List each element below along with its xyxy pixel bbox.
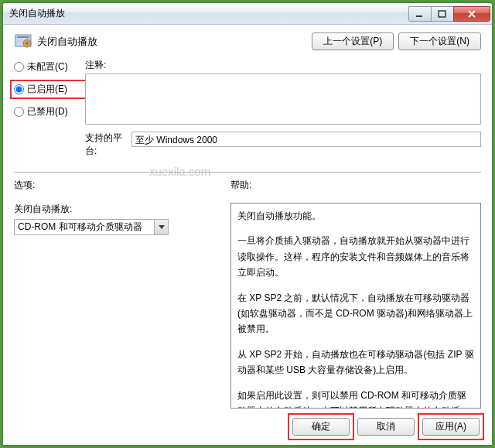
cancel-button[interactable]: 取消 bbox=[357, 418, 415, 436]
ok-highlight: 确定 bbox=[288, 413, 354, 440]
svg-point-5 bbox=[26, 42, 29, 45]
radio-disabled-input[interactable] bbox=[14, 107, 24, 117]
window-controls bbox=[409, 6, 490, 22]
header-row: 关闭自动播放 上一个设置(P) 下一个设置(N) bbox=[14, 32, 481, 51]
dialog-window: 关闭自动播放 关闭自动播放 上一个设置(P) 下一个设置(N) 未配置(C) bbox=[2, 2, 493, 446]
options-header: 选项: bbox=[14, 179, 230, 192]
page-title: 关闭自动播放 bbox=[37, 35, 97, 49]
comment-label: 注释: bbox=[85, 59, 481, 72]
apply-highlight: 应用(A) bbox=[418, 413, 484, 440]
help-panel[interactable]: 关闭自动播放功能。 一旦将介质插入驱动器，自动播放就开始从驱动器中进行读取操作。… bbox=[230, 203, 481, 409]
radio-disabled[interactable]: 已禁用(D) bbox=[14, 105, 85, 118]
window-title: 关闭自动播放 bbox=[9, 7, 409, 20]
prev-setting-button[interactable]: 上一个设置(P) bbox=[312, 32, 394, 50]
svg-rect-1 bbox=[439, 11, 446, 17]
minimize-button[interactable] bbox=[408, 6, 432, 22]
nav-buttons: 上一个设置(P) 下一个设置(N) bbox=[312, 32, 481, 50]
titlebar: 关闭自动播放 bbox=[3, 3, 492, 25]
help-text: 关闭自动播放功能。 bbox=[237, 208, 474, 224]
help-text: 在 XP SP2 之前，默认情况下，自动播放在可移动驱动器(如软盘驱动器，而不是… bbox=[237, 290, 474, 337]
dropdown-label: 关闭自动播放: bbox=[14, 203, 223, 216]
radio-not-configured[interactable]: 未配置(C) bbox=[14, 60, 85, 74]
chevron-down-icon bbox=[154, 220, 168, 234]
help-text: 如果启用此设置，则可以禁用 CD-ROM 和可移动介质驱动器上的自动播放，也可以… bbox=[237, 388, 474, 409]
options-area: 未配置(C) 已启用(E) 已禁用(D) 注释: 支持的平台: 至少 Windo… bbox=[14, 59, 481, 158]
dropdown-value: CD-ROM 和可移动介质驱动器 bbox=[18, 221, 142, 234]
policy-icon bbox=[14, 32, 32, 51]
apply-button[interactable]: 应用(A) bbox=[422, 418, 480, 436]
svg-rect-3 bbox=[17, 36, 29, 38]
comment-section: 注释: 支持的平台: 至少 Windows 2000 bbox=[85, 59, 481, 158]
platform-label: 支持的平台: bbox=[85, 132, 131, 158]
maximize-button[interactable] bbox=[431, 6, 454, 22]
radio-enabled[interactable]: 已启用(E) bbox=[10, 80, 89, 99]
radio-not-configured-label: 未配置(C) bbox=[27, 60, 68, 74]
header-icon-title: 关闭自动播放 bbox=[14, 32, 312, 51]
main-columns: 关闭自动播放: CD-ROM 和可移动介质驱动器 关闭自动播放功能。 一旦将介质… bbox=[14, 203, 481, 409]
dialog-content: 关闭自动播放 上一个设置(P) 下一个设置(N) 未配置(C) 已启用(E) bbox=[3, 25, 492, 445]
options-panel: 关闭自动播放: CD-ROM 和可移动介质驱动器 bbox=[14, 203, 223, 409]
ok-button[interactable]: 确定 bbox=[292, 418, 350, 436]
help-text: 从 XP SP2 开始，自动播放也在可移动驱动器(包括 ZIP 驱动器和某些 U… bbox=[237, 347, 474, 378]
radio-not-configured-input[interactable] bbox=[14, 62, 24, 72]
svg-rect-0 bbox=[416, 15, 422, 17]
help-header: 帮助: bbox=[230, 179, 481, 192]
radio-enabled-input[interactable] bbox=[14, 84, 24, 94]
radio-disabled-label: 已禁用(D) bbox=[27, 105, 68, 118]
autoplay-dropdown[interactable]: CD-ROM 和可移动介质驱动器 bbox=[14, 219, 169, 235]
footer-buttons: 确定 取消 应用(A) bbox=[14, 409, 481, 437]
close-button[interactable] bbox=[453, 6, 490, 22]
divider bbox=[14, 172, 481, 173]
radio-group: 未配置(C) 已启用(E) 已禁用(D) bbox=[14, 59, 85, 158]
help-text: 一旦将介质插入驱动器，自动播放就开始从驱动器中进行读取操作。这样，程序的安装文件… bbox=[237, 233, 474, 280]
next-setting-button[interactable]: 下一个设置(N) bbox=[398, 32, 481, 50]
platform-value: 至少 Windows 2000 bbox=[131, 132, 481, 147]
radio-enabled-label: 已启用(E) bbox=[27, 83, 67, 96]
comment-textarea[interactable] bbox=[85, 74, 481, 125]
columns-header: 选项: 帮助: bbox=[14, 179, 481, 192]
